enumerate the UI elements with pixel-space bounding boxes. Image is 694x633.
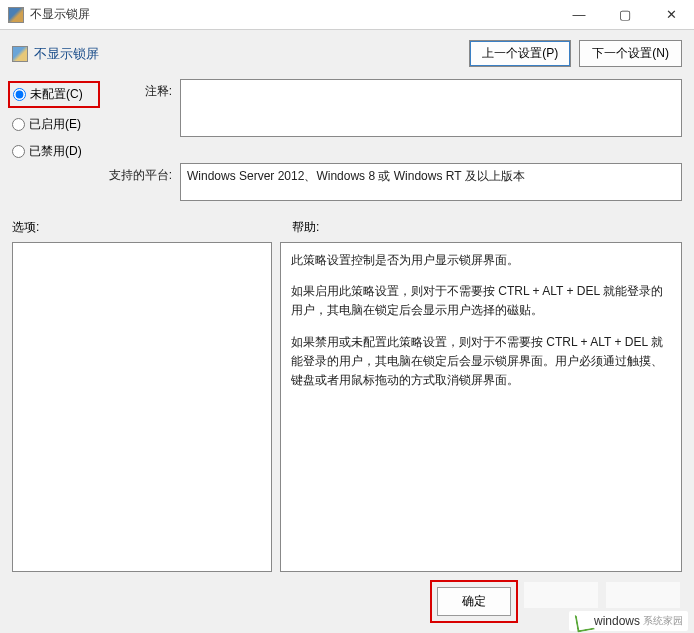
watermark-subtext: 系统家园 [643,614,683,628]
content-area: 不显示锁屏 上一个设置(P) 下一个设置(N) 未配置(C) 已启用(E) 已禁… [0,30,694,633]
comment-input[interactable] [180,79,682,137]
faded-button-2 [606,582,680,608]
radio-enabled-label: 已启用(E) [29,116,81,133]
watermark: windows 系统家园 [569,611,688,631]
help-paragraph: 如果启用此策略设置，则对于不需要按 CTRL + ALT + DEL 就能登录的… [291,282,671,320]
options-panel [12,242,272,572]
help-panel: 此策略设置控制是否为用户显示锁屏界面。 如果启用此策略设置，则对于不需要按 CT… [280,242,682,572]
ok-highlight: 确定 [430,580,518,623]
platform-label: 支持的平台: [108,163,172,184]
maximize-button[interactable]: ▢ [602,0,648,29]
next-setting-button[interactable]: 下一个设置(N) [579,40,682,67]
radio-not-configured[interactable]: 未配置(C) [8,81,100,108]
radio-group: 未配置(C) 已启用(E) 已禁用(D) [12,79,98,201]
ok-button[interactable]: 确定 [437,587,511,616]
radio-disabled-label: 已禁用(D) [29,143,82,160]
radio-not-configured-label: 未配置(C) [30,86,83,103]
window-title: 不显示锁屏 [30,6,556,23]
right-fields: 注释: 支持的平台: Windows Server 2012、Windows 8… [108,79,682,201]
options-label: 选项: [12,219,292,236]
nav-buttons: 上一个设置(P) 下一个设置(N) [469,40,682,67]
policy-title: 不显示锁屏 [34,45,99,63]
help-paragraph: 此策略设置控制是否为用户显示锁屏界面。 [291,251,671,270]
window-controls: — ▢ ✕ [556,0,694,29]
platform-text: Windows Server 2012、Windows 8 或 Windows … [180,163,682,201]
watermark-text: windows [594,614,640,628]
radio-disabled-input[interactable] [12,145,25,158]
radio-enabled[interactable]: 已启用(E) [12,116,98,133]
help-label: 帮助: [292,219,319,236]
panels-row: 此策略设置控制是否为用户显示锁屏界面。 如果启用此策略设置，则对于不需要按 CT… [0,242,694,572]
window-icon [8,7,24,23]
comment-label: 注释: [108,79,172,100]
comment-field-row: 注释: [108,79,682,137]
panels-labels: 选项: 帮助: [0,201,694,242]
config-section: 未配置(C) 已启用(E) 已禁用(D) 注释: 支持的平台: Windows … [0,75,694,201]
policy-icon [12,46,28,62]
close-button[interactable]: ✕ [648,0,694,29]
watermark-logo-icon [574,613,592,629]
platform-field-row: 支持的平台: Windows Server 2012、Windows 8 或 W… [108,163,682,201]
prev-setting-button[interactable]: 上一个设置(P) [469,40,571,67]
minimize-button[interactable]: — [556,0,602,29]
title-bar: 不显示锁屏 — ▢ ✕ [0,0,694,30]
radio-disabled[interactable]: 已禁用(D) [12,143,98,160]
radio-enabled-input[interactable] [12,118,25,131]
faded-button-1 [524,582,598,608]
platform-value: Windows Server 2012、Windows 8 或 Windows … [187,169,525,183]
help-paragraph: 如果禁用或未配置此策略设置，则对于不需要按 CTRL + ALT + DEL 就… [291,333,671,391]
header-row: 不显示锁屏 上一个设置(P) 下一个设置(N) [0,30,694,75]
radio-not-configured-input[interactable] [13,88,26,101]
